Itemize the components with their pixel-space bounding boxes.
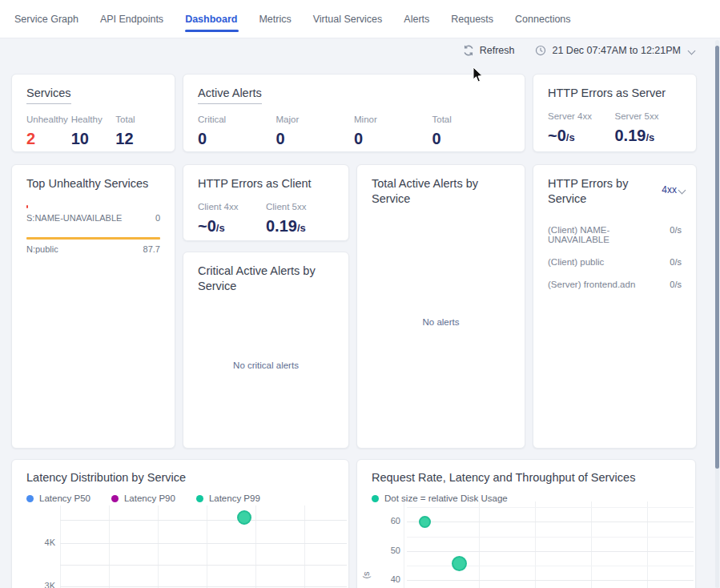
gridline <box>407 566 694 566</box>
stat-major: Major 0 <box>276 115 355 148</box>
gridline <box>407 580 694 581</box>
legend-item-p90[interactable]: Latency P90 <box>111 493 175 503</box>
error-service-rate: 0/s <box>670 280 682 289</box>
error-service-rate: 0/s <box>670 225 682 244</box>
active-alerts-card-title: Active Alerts <box>198 86 510 104</box>
gridline <box>60 543 347 544</box>
service-value: 87.7 <box>143 244 160 254</box>
y-axis-tick: 50 <box>376 546 400 555</box>
tab-requests[interactable]: Requests <box>451 0 493 38</box>
service-name: N:public <box>26 244 58 254</box>
stat-total-services: Total 12 <box>115 115 160 148</box>
gridline <box>158 505 159 588</box>
y-axis-label: (s <box>361 571 371 578</box>
refresh-button[interactable]: Refresh <box>463 45 515 56</box>
time-range-value: 21 Dec 07:47AM to 12:21PM <box>552 45 681 56</box>
critical-alerts-card: Critical Active Alerts by Service No cri… <box>183 252 349 449</box>
gridline <box>535 501 536 588</box>
latency-distribution-chart-card: Latency Distribution by Service Latency … <box>11 459 349 588</box>
gridline <box>479 501 480 588</box>
stat-client-5xx: Client 5xx 0.19/s <box>266 202 334 236</box>
bubble-point[interactable] <box>419 516 431 528</box>
legend-item-p50[interactable]: Latency P50 <box>26 493 91 503</box>
unhealthy-service-row[interactable]: S:NAME-UNAVAILABLE 0 <box>26 205 160 223</box>
service-health-bar <box>26 205 28 208</box>
error-type-dropdown[interactable]: 4xx <box>662 184 685 195</box>
time-range-selector[interactable]: 21 Dec 07:47AM to 12:21PM <box>535 45 694 56</box>
y-axis-tick: 4K <box>28 538 55 547</box>
legend-dot-magenta <box>111 495 119 502</box>
clock-icon <box>535 45 546 56</box>
unhealthy-service-row[interactable]: N:public 87.7 <box>26 236 160 254</box>
scatter-point-p99[interactable] <box>237 510 251 525</box>
gridline <box>60 565 347 566</box>
http-errors-by-service-title: HTTP Errors by Service <box>548 176 644 207</box>
stat-server-4xx: Server 4xx ~0/s <box>548 111 615 145</box>
legend-dot-teal <box>196 495 203 502</box>
critical-alerts-title: Critical Active Alerts by Service <box>198 264 334 294</box>
stat-healthy-value: 10 <box>71 130 116 148</box>
tab-service-graph[interactable]: Service Graph <box>14 0 78 38</box>
stat-healthy: Healthy 10 <box>71 115 116 148</box>
stat-unhealthy: Unhealthy 2 <box>26 115 71 148</box>
empty-state-text: No critical alerts <box>233 360 299 370</box>
stat-unhealthy-value: 2 <box>26 130 71 148</box>
tab-dashboard[interactable]: Dashboard <box>185 0 237 38</box>
tab-api-endpoints[interactable]: API Endpoints <box>100 0 163 38</box>
scrollbar-thumb[interactable] <box>715 46 719 469</box>
legend-item-p99[interactable]: Latency P99 <box>196 493 260 503</box>
services-card: Services Unhealthy 2 Healthy 10 Total 12 <box>11 74 175 152</box>
gridline <box>109 505 110 588</box>
y-axis-tick: 60 <box>376 516 400 526</box>
tab-alerts[interactable]: Alerts <box>404 0 429 38</box>
legend-item-disk-usage[interactable]: Dot size = relative Disk Usage <box>372 493 508 503</box>
error-service-rate: 0/s <box>670 257 682 267</box>
gridline <box>255 505 256 588</box>
top-unhealthy-services-card: Top Unhealthy Services S:NAME-UNAVAILABL… <box>11 164 175 449</box>
gridline <box>407 537 694 538</box>
service-value: 0 <box>155 213 160 223</box>
error-service-row[interactable]: (Client) public 0/s <box>548 253 682 272</box>
dashboard-toolbar: Refresh 21 Dec 07:47AM to 12:21PM <box>463 45 694 56</box>
scrollbar-track[interactable] <box>715 40 719 588</box>
gridline <box>407 522 694 522</box>
error-service-row[interactable]: (Server) frontend.adn 0/s <box>548 276 682 294</box>
services-card-title: Services <box>26 86 160 104</box>
bubble-point[interactable] <box>452 556 467 571</box>
http-errors-server-card: HTTP Errors as Server Server 4xx ~0/s Se… <box>533 74 697 152</box>
tab-virtual-services[interactable]: Virtual Services <box>313 0 383 38</box>
http-errors-client-card: HTTP Errors as Client Client 4xx ~0/s Cl… <box>183 164 349 241</box>
active-alerts-card: Active Alerts Critical 0 Major 0 Minor 0… <box>183 74 525 152</box>
latency-chart-legend: Latency P50 Latency P90 Latency P99 <box>26 493 348 503</box>
y-axis-tick: 3K <box>28 581 55 588</box>
gridline <box>304 505 305 588</box>
gridline <box>60 520 347 521</box>
stat-total-alerts: Total 0 <box>432 115 511 148</box>
stat-server-5xx: Server 5xx 0.19/s <box>615 111 682 145</box>
stat-minor: Minor 0 <box>354 115 432 148</box>
legend-dot-blue <box>26 495 34 502</box>
request-rate-chart-title: Request Rate, Latency and Throughput of … <box>372 471 681 484</box>
refresh-icon <box>463 45 474 56</box>
chevron-down-icon <box>688 46 694 52</box>
top-unhealthy-title: Top Unhealthy Services <box>26 176 160 191</box>
service-name: S:NAME-UNAVAILABLE <box>26 213 122 223</box>
legend-dot-teal <box>372 495 379 502</box>
gridline <box>404 501 404 588</box>
error-service-row[interactable]: (Client) NAME-UNAVAILABLE 0/s <box>548 221 682 249</box>
gridline <box>647 501 648 588</box>
stat-critical: Critical 0 <box>198 115 276 148</box>
latency-chart-title: Latency Distribution by Service <box>26 471 334 484</box>
gridline <box>407 507 694 508</box>
gridline <box>407 551 694 552</box>
tab-metrics[interactable]: Metrics <box>259 0 291 38</box>
error-service-name: (Client) public <box>548 257 604 267</box>
empty-state-text: No alerts <box>422 317 459 327</box>
top-navigation: Service Graph API Endpoints Dashboard Me… <box>0 0 720 38</box>
error-service-name: (Server) frontend.adn <box>548 280 635 289</box>
tab-connections[interactable]: Connections <box>515 0 571 38</box>
stat-total-services-value: 12 <box>115 130 160 148</box>
http-errors-client-title: HTTP Errors as Client <box>198 176 334 191</box>
http-errors-by-service-card: HTTP Errors by Service 4xx (Client) NAME… <box>533 164 697 449</box>
service-health-bar <box>26 237 160 240</box>
